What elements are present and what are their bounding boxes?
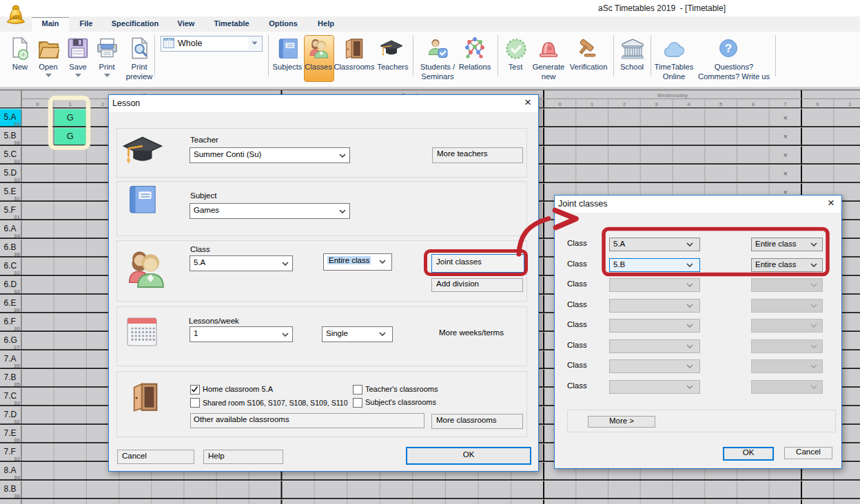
svg-text:36: 36	[14, 493, 20, 499]
svg-text:32: 32	[14, 270, 20, 276]
svg-text:30: 30	[14, 437, 20, 443]
svg-text:32: 32	[14, 288, 20, 295]
svg-text:32: 32	[14, 158, 20, 165]
svg-text:38: 38	[14, 251, 20, 258]
svg-text:35: 35	[14, 363, 20, 369]
svg-text:3: 3	[655, 101, 658, 107]
svg-text:2: 2	[101, 101, 105, 107]
svg-text:4: 4	[687, 101, 690, 107]
svg-text:0: 0	[558, 101, 562, 107]
svg-text:34: 34	[14, 474, 20, 481]
svg-text:32: 32	[14, 400, 20, 406]
svg-text:2: 2	[623, 101, 626, 107]
svg-text:1: 1	[848, 101, 852, 107]
svg-text:0: 0	[816, 101, 819, 107]
svg-text:32: 32	[14, 177, 20, 183]
svg-text:34: 34	[14, 233, 20, 239]
svg-text:×: ×	[783, 132, 787, 140]
svg-text:0: 0	[36, 101, 39, 107]
svg-text:32: 32	[14, 456, 20, 462]
svg-text:1: 1	[69, 101, 72, 107]
svg-text:38: 38	[14, 140, 20, 146]
svg-text:?: ?	[725, 42, 732, 55]
svg-text:32: 32	[14, 419, 20, 425]
svg-text:×: ×	[783, 169, 787, 178]
svg-text:×: ×	[783, 151, 787, 159]
svg-text:30: 30	[14, 326, 20, 332]
svg-text:32: 32	[14, 196, 20, 202]
svg-text:27: 27	[14, 344, 20, 350]
svg-text:6: 6	[752, 101, 755, 107]
svg-text:30: 30	[14, 307, 20, 313]
svg-text:38: 38	[14, 121, 20, 127]
svg-text:×: ×	[783, 114, 787, 122]
svg-text:G: G	[67, 131, 74, 141]
svg-text:G: G	[67, 112, 74, 123]
svg-text:Wednesday: Wednesday	[657, 92, 688, 98]
svg-text:35: 35	[14, 381, 20, 388]
svg-text:7: 7	[784, 101, 787, 107]
svg-text:31: 31	[14, 214, 20, 220]
svg-text:5: 5	[719, 101, 723, 107]
svg-text:1: 1	[591, 101, 594, 107]
